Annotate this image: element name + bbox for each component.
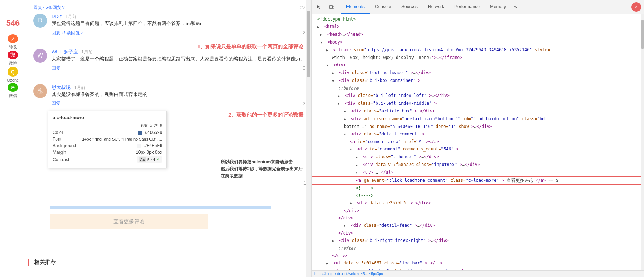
dom-line[interactable]: ▶ <div class="detail-feed" >…</div>: [312, 222, 644, 229]
tooltip-margin-label: Margin: [53, 150, 82, 155]
comment-likes: 2: [303, 101, 305, 106]
dom-line[interactable]: ▶ <div class="bui-right index-right" >…<…: [312, 237, 644, 245]
tag-name: <div: [345, 101, 358, 106]
dom-line[interactable]: ▶ <html>: [312, 23, 644, 31]
social-qzone-btn[interactable]: Q Qzone: [3, 67, 22, 82]
device-toggle-btn[interactable]: [327, 2, 337, 12]
comment-likes: 0: [303, 66, 305, 71]
dom-line[interactable]: ▶ <head>…</head>: [312, 31, 644, 38]
tag-name: <html>: [324, 24, 340, 29]
contrast-aa: Aa: [139, 157, 146, 162]
comment-footer: 回复 2: [52, 100, 305, 107]
dom-line[interactable]: <!---->: [312, 192, 644, 199]
dom-line[interactable]: </div>: [312, 252, 644, 259]
expand-arrow: ▶: [356, 162, 359, 168]
dom-line[interactable]: ▼ <div class="detail-comment" >: [312, 130, 644, 138]
prev-reply-link[interactable]: 回复 · 6条回复∨: [33, 4, 65, 11]
forward-label: 转发: [9, 44, 17, 50]
annotation-3-line2: 然后我们等待2秒，等数据完全展示出来后，: [221, 166, 307, 172]
dom-line[interactable]: <a id="comment_area" href="#" ></a>: [312, 138, 644, 145]
dom-line[interactable]: </div>: [312, 207, 644, 214]
load-more-button[interactable]: 查看更多评论: [50, 214, 208, 229]
reply-link[interactable]: 回复 · 5条回复∨: [52, 30, 84, 36]
wechat-icon: ⊕: [8, 83, 18, 92]
tab-network[interactable]: Network: [423, 0, 449, 14]
tooltip-size-row: 660 × 29.6: [53, 123, 162, 128]
tag-name: <div: [357, 146, 370, 152]
expand-arrow: ▶: [350, 200, 353, 207]
pseudo-element: ::before: [338, 86, 358, 91]
dom-line[interactable]: ▶ <div class="bui-left index-left" >…</d…: [312, 92, 644, 100]
dom-line[interactable]: ▶ <iframe src="https://phs.tanx.com/acbe…: [312, 46, 644, 54]
social-forward-btn[interactable]: ↗ 转发: [3, 34, 22, 50]
dom-line[interactable]: ::before: [312, 84, 644, 92]
dom-line[interactable]: ▶ <div class="toutiao-header" >…</div>: [312, 69, 644, 77]
weibo-label: 微博: [9, 60, 17, 66]
comment-body: 慰大叔呢 1月前 其实是没有标准答案的，规则由面试官来定的 回复 2: [52, 84, 305, 107]
svg-rect-0: [330, 5, 332, 9]
dom-line[interactable]: width: 0px; height: 0px; display: none;"…: [312, 54, 644, 61]
comment-author[interactable]: DDlz: [52, 14, 62, 19]
dom-line[interactable]: ▶ <div class="bui-left index-middle" >: [312, 100, 644, 107]
reply-link[interactable]: 回复: [52, 65, 60, 72]
dom-line[interactable]: <!---->: [312, 184, 644, 192]
tooltip-contrast-row: Contrast Aa 5.44 ✓: [53, 156, 162, 163]
dom-line[interactable]: ::after: [312, 245, 644, 252]
reply-link[interactable]: 回复: [52, 100, 60, 107]
dom-line[interactable]: ▼ <div class="bui-box container" >: [312, 77, 644, 84]
tab-elements-label: Elements: [346, 4, 365, 9]
devtools-panel: Elements Console Sources Network Perform…: [311, 0, 644, 277]
dom-line[interactable]: ▶ <div data-v-e2575b7c >…</div>: [312, 199, 644, 207]
tag-name: <a: [350, 139, 358, 144]
tab-sources-label: Sources: [401, 4, 418, 9]
tooltip-size: 660 × 29.6: [141, 123, 162, 128]
status-bar-link[interactable]: https://blog.csdn.net/weixin_43... 45px0…: [314, 272, 383, 276]
more-tabs-btn[interactable]: »: [511, 0, 520, 14]
left-scrollbar[interactable]: [306, 0, 311, 277]
tab-memory[interactable]: Memory: [485, 0, 511, 14]
dom-line[interactable]: </div>: [312, 214, 644, 222]
tab-console[interactable]: Console: [370, 0, 396, 14]
main-content-area: 回复 · 6条回复∨ 27 D DDlz 1月前 我也觉得这题目有问题，应该排列…: [28, 0, 311, 123]
dom-line[interactable]: ▼ <body>: [312, 38, 644, 46]
dom-line[interactable]: ▶ <div class="c-header" >…</div>: [312, 153, 644, 161]
tab-memory-label: Memory: [490, 4, 506, 9]
inspector-cursor-btn[interactable]: [314, 2, 324, 12]
tab-network-label: Network: [428, 4, 444, 9]
social-wechat-btn[interactable]: ⊕ 微信: [3, 83, 22, 98]
expand-arrow: ▼: [344, 131, 348, 138]
tab-elements[interactable]: Elements: [341, 0, 370, 14]
comment-author[interactable]: WULI狮子座: [52, 49, 78, 55]
dom-line[interactable]: <!doctype html>: [312, 15, 644, 23]
tab-performance[interactable]: Performance: [449, 0, 485, 14]
dom-line[interactable]: ▼ <div>: [312, 61, 644, 69]
expand-arrow: ▼: [320, 39, 324, 46]
expand-arrow: ▶: [338, 100, 342, 107]
webpage-content: 546 ↗ 转发 微 微博 Q Qzone ⊕ 微信 回复 · 6条回复∨ 27…: [0, 0, 311, 277]
dom-line[interactable]: ▶ <div ad-cursor name="adetail_main*bott…: [312, 115, 644, 123]
weibo-icon: 微: [8, 51, 18, 59]
dom-line[interactable]: ▶ <ul data-v-5c014667 class="toolbar" >……: [312, 259, 644, 267]
tab-sources[interactable]: Sources: [396, 0, 423, 14]
close-icon: ✕: [634, 4, 638, 10]
dom-line[interactable]: ▼ <div id="comment" comments_count="546"…: [312, 145, 644, 153]
selected-dom-line[interactable]: <a ga_event="click_loadmore_comment" cla…: [312, 176, 644, 184]
comment-author[interactable]: 慰大叔呢: [52, 84, 71, 90]
related-label: 相关推荐: [34, 259, 56, 265]
dom-line[interactable]: ▶ <div class="publisher" style="display:…: [312, 267, 644, 270]
devtools-close-btn[interactable]: ✕: [631, 2, 641, 12]
comment-footer: 回复 0: [52, 65, 305, 72]
social-weibo-btn[interactable]: 微 微博: [3, 51, 22, 66]
tag-name: </div>: [338, 231, 353, 236]
dom-line[interactable]: ▶ <div data-v-7f58aa2c class="inputBox" …: [312, 161, 644, 169]
tab-performance-label: Performance: [454, 4, 480, 9]
devtools-scrollbar[interactable]: [641, 14, 644, 270]
tag-name: <div: [363, 154, 376, 159]
tooltip-font-row: Font 14px "PingFang SC", "Hiragino Sans …: [53, 136, 162, 142]
tooltip-font-label: Font: [53, 136, 82, 142]
dom-line[interactable]: ▶ <div class="article-box" >…</div>: [312, 107, 644, 115]
expand-arrow: ▶: [338, 93, 342, 99]
dom-line[interactable]: ▶ <ul> … </ul>: [312, 169, 644, 176]
dom-line[interactable]: </div>: [312, 229, 644, 237]
annotation-3-line1: 所以我们要操控selenium来自动点击: [221, 159, 293, 165]
